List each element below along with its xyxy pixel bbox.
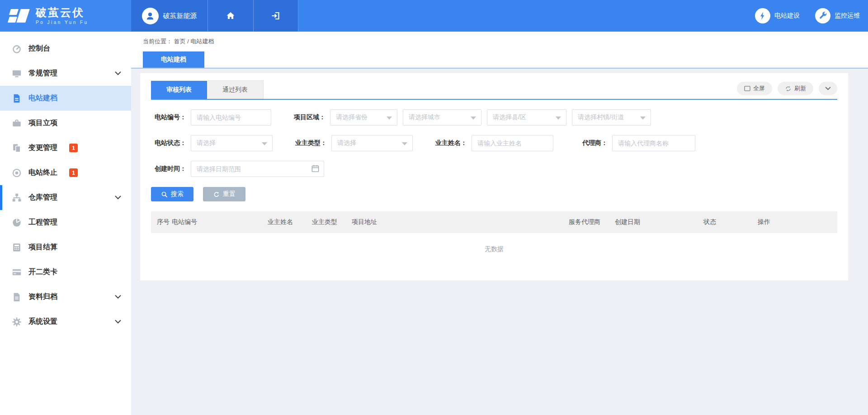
- filter-actions: 搜索 重置: [151, 187, 837, 201]
- brand-title: 破茧云伏: [36, 7, 89, 18]
- sidebar-item-station-archive[interactable]: 电站建档: [0, 86, 131, 111]
- caret-down-icon: [556, 117, 561, 120]
- topbar-right: 电站建设 监控运维: [298, 0, 868, 32]
- caret-down-icon: [402, 142, 407, 145]
- station-no-input[interactable]: [191, 109, 271, 126]
- chevron-down-icon: [825, 87, 831, 90]
- owner-type-select[interactable]: 请选择: [331, 135, 413, 151]
- col-actions: 操作: [758, 218, 837, 226]
- chevron-down-icon: [115, 196, 121, 200]
- sidebar-item-general-mgmt[interactable]: 常规管理: [0, 61, 131, 86]
- badge-count: 1: [69, 144, 78, 152]
- briefcase-icon: [12, 118, 22, 128]
- station-status-select[interactable]: 请选择: [191, 135, 273, 151]
- logout-button[interactable]: [254, 0, 298, 32]
- sign-in-icon: [270, 10, 281, 21]
- sidebar-item-engineering-mgmt[interactable]: 工程管理: [0, 210, 131, 235]
- owner-name-input[interactable]: [472, 135, 553, 151]
- col-status: 状态: [703, 218, 758, 226]
- create-time-label: 创建时间：: [151, 165, 186, 173]
- sidebar-item-system-settings[interactable]: 系统设置: [0, 309, 131, 334]
- badge-count: 1: [69, 168, 78, 177]
- target-icon: [12, 168, 22, 178]
- content: 审核列表 通过列表 全屏: [131, 69, 868, 280]
- sidebar-item-console[interactable]: 控制台: [0, 36, 131, 61]
- breadcrumb-path[interactable]: 首页 / 电站建档: [174, 38, 214, 45]
- avatar: [142, 8, 159, 24]
- search-button[interactable]: 搜索: [151, 187, 193, 201]
- province-select[interactable]: 请选择省份: [330, 109, 397, 126]
- col-create-date: 创建日期: [615, 218, 703, 226]
- sidebar-item-project-initiation[interactable]: 项目立项: [0, 111, 131, 135]
- home-icon: [225, 10, 236, 21]
- table-empty-state: 无数据: [151, 233, 837, 270]
- calendar-icon: [311, 164, 320, 173]
- sidebar-item-data-archiving[interactable]: 资料归档: [0, 284, 131, 309]
- sidebar-item-warehouse-mgmt[interactable]: 仓库管理: [0, 185, 131, 210]
- station-no-label: 电站编号：: [151, 113, 186, 121]
- main-area: 当前位置： 首页 / 电站建档 电站建档 审核列表 通过列表 全屏: [131, 32, 868, 415]
- county-select[interactable]: 请选择县/区: [487, 109, 566, 126]
- tabs-row: 审核列表 通过列表 全屏: [151, 80, 837, 100]
- gear-icon: [12, 317, 22, 327]
- town-select[interactable]: 请选择村镇/街道: [572, 109, 651, 126]
- breadcrumb-prefix: 当前位置：: [143, 38, 172, 45]
- chevron-down-icon: [115, 71, 121, 75]
- monitor-icon: [12, 69, 22, 79]
- station-build-button[interactable]: 电站建设: [755, 8, 800, 23]
- top-bar: 破茧云伏 Po Jian Yun Fu 破茧新能源: [0, 0, 868, 32]
- reset-icon: [213, 191, 220, 198]
- home-button[interactable]: [208, 0, 254, 32]
- reset-button[interactable]: 重置: [203, 187, 245, 201]
- refresh-button[interactable]: 刷新: [778, 82, 813, 95]
- city-select[interactable]: 请选择城市: [403, 109, 481, 126]
- date-range-picker[interactable]: [191, 161, 324, 177]
- filter-row-2: 电站状态： 请选择 业主类型： 请选择 业主姓名： 代理商：: [151, 135, 837, 151]
- dashboard-icon: [12, 44, 22, 54]
- active-indicator-bar: [0, 185, 2, 210]
- caret-down-icon: [471, 117, 476, 120]
- collapse-button[interactable]: [819, 82, 837, 95]
- brand-logo-icon: [9, 7, 30, 25]
- tab-passed-list[interactable]: 通过列表: [207, 80, 264, 99]
- owner-type-label: 业主类型：: [292, 139, 327, 147]
- credit-card-icon: [12, 267, 22, 277]
- page-header: 当前位置： 首页 / 电站建档 电站建档: [131, 32, 868, 69]
- fullscreen-icon: [744, 86, 750, 91]
- owner-name-label: 业主姓名：: [432, 139, 467, 147]
- sidebar-item-change-mgmt[interactable]: 变更管理 1: [0, 135, 131, 160]
- col-address: 项目地址: [352, 218, 569, 226]
- calculator-icon: [12, 242, 22, 252]
- date-range-input[interactable]: [191, 161, 324, 177]
- sitemap-icon: [12, 193, 22, 203]
- page-tab-station-archive[interactable]: 电站建档: [143, 51, 204, 68]
- gauge-icon: [12, 218, 22, 228]
- agent-label: 代理商：: [572, 139, 608, 147]
- col-station-no: 电站编号: [172, 218, 268, 226]
- panel-card: 审核列表 通过列表 全屏: [140, 73, 848, 280]
- search-icon: [161, 191, 168, 198]
- chevron-down-icon: [115, 320, 121, 324]
- copy-icon: [12, 143, 22, 153]
- chevron-down-icon: [115, 295, 121, 299]
- topbar-username: 破茧新能源: [163, 12, 197, 20]
- col-owner-type: 业主类型: [312, 218, 352, 226]
- sidebar-item-project-settlement[interactable]: 项目结算: [0, 235, 131, 260]
- tab-review-list[interactable]: 审核列表: [151, 81, 207, 99]
- refresh-icon: [785, 85, 792, 92]
- sidebar-item-type2-card[interactable]: 开二类卡: [0, 260, 131, 284]
- file-icon: [12, 292, 22, 302]
- caret-down-icon: [640, 117, 646, 120]
- breadcrumb: 当前位置： 首页 / 电站建档: [143, 37, 868, 46]
- monitor-ops-button[interactable]: 监控运维: [815, 8, 860, 23]
- brand-logo: 破茧云伏 Po Jian Yun Fu: [0, 0, 131, 32]
- caret-down-icon: [387, 117, 392, 120]
- sidebar-item-station-termination[interactable]: 电站终止 1: [0, 160, 131, 185]
- station-build-label: 电站建设: [774, 12, 800, 20]
- topbar-user-section[interactable]: 破茧新能源: [131, 0, 208, 32]
- fullscreen-button[interactable]: 全屏: [737, 82, 772, 95]
- station-status-label: 电站状态：: [151, 139, 186, 147]
- agent-input[interactable]: [612, 135, 695, 151]
- brand-subtitle: Po Jian Yun Fu: [36, 20, 89, 25]
- sidebar: 控制台 常规管理 电站建档 项目立项 变更管理 1: [0, 32, 131, 415]
